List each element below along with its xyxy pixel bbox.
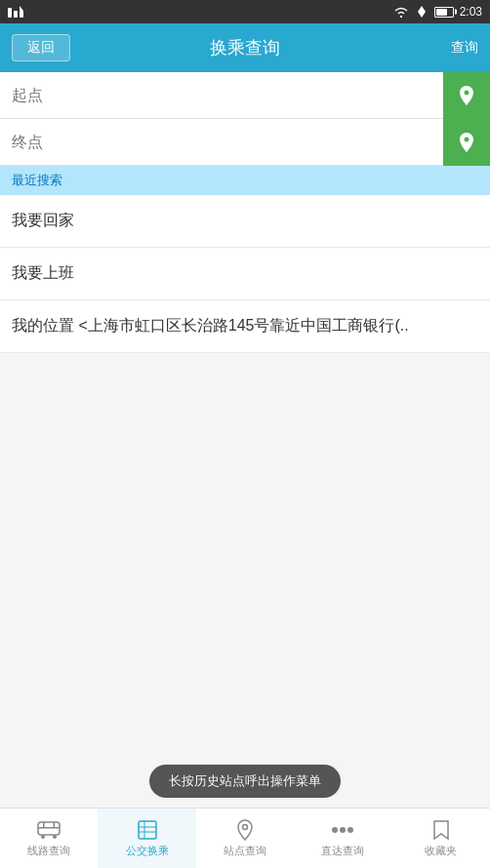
end-input-row xyxy=(0,119,490,166)
svg-rect-10 xyxy=(43,822,45,827)
svg-point-7 xyxy=(41,835,45,839)
status-right-icons: 2:03 xyxy=(393,5,482,19)
nav-label-favorites: 收藏夹 xyxy=(425,844,457,858)
list-item[interactable]: 我的位置 <上海市虹口区长治路145号靠近中国工商银行(.. xyxy=(0,300,490,353)
pin-icon-end xyxy=(455,131,478,154)
location-icon xyxy=(232,819,258,841)
nav-item-transfer[interactable]: 公交换乘 xyxy=(98,809,195,868)
list-item[interactable]: 我要上班 xyxy=(0,248,490,300)
more-icon xyxy=(330,819,355,841)
bus-icon xyxy=(36,819,61,841)
bottom-nav: 线路查询 公交换乘 站点查询 xyxy=(0,808,490,868)
recent-item-text: 我要上班 xyxy=(12,264,74,281)
svg-rect-1 xyxy=(14,11,18,18)
nav-item-routes[interactable]: 线路查询 xyxy=(0,809,98,868)
nav-label-transfer: 公交换乘 xyxy=(126,844,169,858)
recent-searches-header: 最近搜索 xyxy=(0,166,490,195)
book-icon xyxy=(135,819,160,841)
svg-marker-4 xyxy=(418,6,426,12)
battery-icon xyxy=(434,7,454,18)
svg-marker-2 xyxy=(20,6,23,11)
signal-icon xyxy=(415,6,429,18)
nav-label-routes: 线路查询 xyxy=(27,844,70,858)
status-bar: 2:03 xyxy=(0,0,490,23)
svg-rect-0 xyxy=(8,8,12,18)
recent-item-text: 我要回家 xyxy=(12,212,74,228)
nav-label-stations: 站点查询 xyxy=(224,844,266,858)
start-input[interactable] xyxy=(0,72,443,118)
svg-rect-11 xyxy=(54,822,56,827)
start-location-icon[interactable] xyxy=(443,72,490,119)
status-time: 2:03 xyxy=(460,5,482,19)
svg-marker-5 xyxy=(418,12,426,18)
download-icon xyxy=(8,6,23,18)
svg-point-19 xyxy=(347,827,353,833)
end-input[interactable] xyxy=(0,119,443,165)
tooltip-text: 长按历史站点呼出操作菜单 xyxy=(169,773,321,788)
recent-item-text: 我的位置 <上海市虹口区长治路145号靠近中国工商银行(.. xyxy=(12,317,409,334)
nav-item-favorites[interactable]: 收藏夹 xyxy=(392,809,490,868)
nav-item-stations[interactable]: 站点查询 xyxy=(196,809,294,868)
bookmark-icon xyxy=(429,819,454,841)
svg-rect-9 xyxy=(38,827,60,829)
pin-icon-start xyxy=(455,84,478,107)
svg-rect-3 xyxy=(20,11,23,18)
start-input-row xyxy=(0,72,490,119)
svg-point-17 xyxy=(332,827,338,833)
page-title: 换乘查询 xyxy=(70,36,420,59)
nav-item-direct[interactable]: 直达查询 xyxy=(294,809,391,868)
svg-point-8 xyxy=(53,835,57,839)
status-left-icons xyxy=(8,6,23,18)
header: 返回 换乘查询 查询 xyxy=(0,23,490,72)
svg-rect-12 xyxy=(139,821,156,839)
query-button[interactable]: 查询 xyxy=(420,39,478,57)
nav-label-direct: 直达查询 xyxy=(321,844,364,858)
recent-label: 最近搜索 xyxy=(12,173,62,187)
input-section xyxy=(0,72,490,166)
svg-point-16 xyxy=(243,824,248,829)
end-location-icon[interactable] xyxy=(443,119,490,166)
recent-list: 我要回家 我要上班 我的位置 <上海市虹口区长治路145号靠近中国工商银行(.. xyxy=(0,195,490,353)
svg-point-18 xyxy=(340,827,346,833)
list-item[interactable]: 我要回家 xyxy=(0,195,490,248)
back-button[interactable]: 返回 xyxy=(12,34,70,61)
wifi-icon xyxy=(393,6,409,18)
tooltip: 长按历史站点呼出操作菜单 xyxy=(149,765,341,798)
